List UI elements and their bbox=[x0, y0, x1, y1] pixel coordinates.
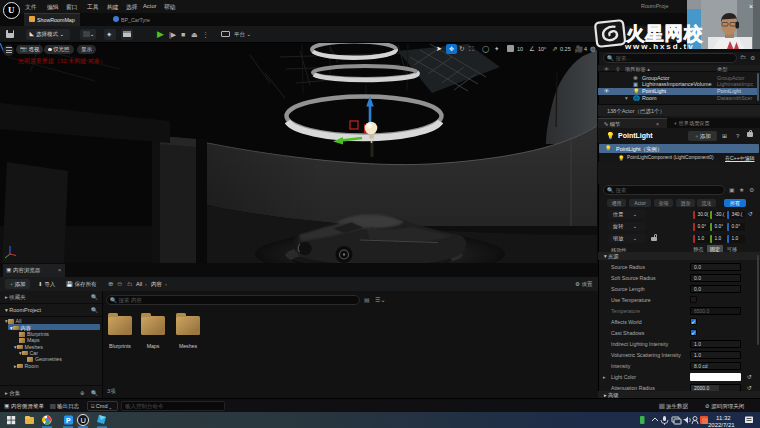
svg-text:×: × bbox=[749, 3, 753, 10]
svg-text:www.hxsd.tv: www.hxsd.tv bbox=[624, 42, 695, 51]
svg-text:11:32: 11:32 bbox=[716, 415, 731, 421]
svg-text:U: U bbox=[81, 416, 86, 425]
svg-text:火星网校: 火星网校 bbox=[625, 23, 703, 44]
svg-text:2022/7/21: 2022/7/21 bbox=[708, 422, 735, 428]
svg-text:P: P bbox=[66, 417, 71, 424]
